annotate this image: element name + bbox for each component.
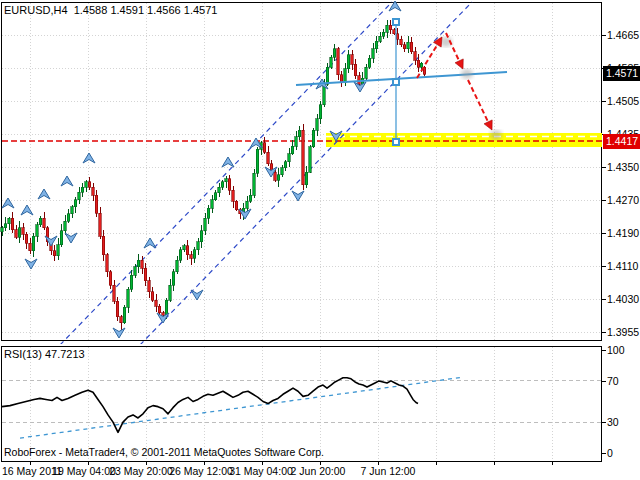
candle-body bbox=[379, 36, 382, 41]
candle-body bbox=[190, 255, 193, 258]
rsi-panel-border bbox=[2, 347, 602, 462]
measure-line-handle[interactable] bbox=[393, 19, 399, 25]
axis-tick bbox=[602, 101, 606, 102]
price-axis-label: 1.4270 bbox=[607, 194, 639, 206]
candle-body bbox=[200, 231, 203, 242]
candle-body bbox=[18, 228, 21, 238]
candle-body bbox=[120, 317, 123, 323]
candle-body bbox=[151, 292, 154, 300]
time-axis-label: 19 May 04:00 bbox=[52, 465, 116, 477]
candle-body bbox=[249, 195, 252, 201]
candle-body bbox=[204, 218, 207, 231]
candle-body bbox=[1, 228, 4, 232]
candle-body bbox=[116, 301, 119, 317]
time-axis-tick bbox=[204, 462, 205, 465]
candle-body bbox=[148, 281, 151, 292]
candle-body bbox=[123, 307, 126, 323]
candle-body bbox=[158, 306, 161, 313]
candle-body bbox=[417, 60, 420, 67]
candle-body bbox=[60, 231, 63, 245]
candle-body bbox=[102, 236, 105, 255]
candle-body bbox=[95, 195, 98, 213]
copyright-text: RoboForex - MetaTrader4, © 2001-2011 Met… bbox=[4, 446, 324, 458]
candle-body bbox=[274, 172, 277, 180]
target-price-badge: 1.4417 bbox=[603, 134, 640, 149]
time-axis-label: 26 May 12:00 bbox=[169, 465, 233, 477]
price-axis-label: 1.4665 bbox=[607, 29, 639, 41]
candle-body bbox=[420, 63, 423, 67]
candle-body bbox=[347, 55, 350, 69]
price-axis-label: 1.4350 bbox=[607, 161, 639, 173]
candle-body bbox=[165, 300, 168, 315]
candle-body bbox=[74, 200, 77, 207]
candle-body bbox=[354, 64, 357, 75]
candle-body bbox=[127, 289, 130, 307]
candle-body bbox=[365, 67, 368, 78]
target-zone-band bbox=[326, 133, 602, 147]
candle-body bbox=[340, 75, 343, 83]
price-axis-label: 1.4190 bbox=[607, 227, 639, 239]
candle-body bbox=[288, 154, 291, 162]
price-axis-label: 1.4110 bbox=[607, 260, 638, 272]
candle-body bbox=[389, 25, 392, 29]
time-axis-label: 31 May 04:00 bbox=[229, 465, 293, 477]
candle-body bbox=[410, 42, 413, 52]
candle-body bbox=[39, 218, 42, 225]
candle-body bbox=[281, 168, 284, 175]
candle-body bbox=[319, 105, 322, 119]
candle-body bbox=[256, 149, 259, 173]
price-axis-label: 1.4505 bbox=[607, 95, 639, 107]
candle-body bbox=[330, 57, 333, 67]
time-axis-tick bbox=[494, 462, 495, 465]
candle-body bbox=[305, 172, 308, 185]
candle-body bbox=[193, 250, 196, 258]
candle-body bbox=[78, 192, 81, 200]
forecast-arrow-shadow bbox=[461, 69, 473, 79]
candle-body bbox=[29, 243, 32, 251]
candle-body bbox=[400, 39, 403, 44]
candle-body bbox=[298, 130, 301, 137]
candle-body bbox=[64, 221, 67, 230]
measure-line-handle[interactable] bbox=[393, 79, 399, 85]
candle-body bbox=[81, 187, 84, 192]
time-axis-tick bbox=[436, 462, 437, 465]
rsi-axis-label: 70 bbox=[607, 375, 619, 387]
time-axis-tick bbox=[378, 462, 379, 465]
candle-body bbox=[382, 32, 385, 36]
candle-body bbox=[326, 67, 329, 84]
candle-body bbox=[183, 246, 186, 250]
candle-body bbox=[253, 173, 256, 195]
forecast-arrow-shadow bbox=[490, 130, 502, 140]
rsi-axis-label: 0 bbox=[607, 447, 613, 459]
candle-body bbox=[106, 255, 109, 272]
mt4-chart-window: EURUSD,H4 1.4588 1.4591 1.4566 1.4571 1.… bbox=[0, 0, 640, 480]
chart-title-ohlc: EURUSD,H4 1.4588 1.4591 1.4566 1.4571 bbox=[4, 4, 217, 16]
price-axis-label: 1.3955 bbox=[607, 326, 639, 338]
candle-body bbox=[88, 182, 91, 187]
candle-body bbox=[11, 218, 14, 230]
candle-body bbox=[57, 245, 60, 256]
price-axis-label: 1.4030 bbox=[607, 293, 639, 305]
candle-body bbox=[179, 250, 182, 260]
time-axis-tick bbox=[30, 462, 31, 465]
candle-body bbox=[155, 300, 158, 306]
candle-body bbox=[4, 224, 7, 228]
candle-body bbox=[43, 218, 46, 228]
candle-body bbox=[403, 45, 406, 49]
candle-body bbox=[36, 225, 39, 236]
candle-body bbox=[15, 230, 18, 238]
candle-body bbox=[218, 187, 221, 193]
candle-body bbox=[99, 213, 102, 236]
rsi-axis-label: 100 bbox=[607, 344, 625, 356]
axis-tick bbox=[602, 422, 606, 423]
candle-body bbox=[225, 179, 228, 182]
candle-body bbox=[92, 187, 95, 195]
candle-body bbox=[337, 49, 340, 75]
candle-body bbox=[267, 152, 270, 163]
time-axis-tick bbox=[320, 462, 321, 465]
price-chart-canvas[interactable] bbox=[0, 0, 640, 344]
candle-body bbox=[134, 267, 137, 275]
measure-line-handle[interactable] bbox=[393, 139, 399, 145]
rsi-axis-label: 30 bbox=[607, 416, 619, 428]
candle-body bbox=[407, 42, 410, 49]
